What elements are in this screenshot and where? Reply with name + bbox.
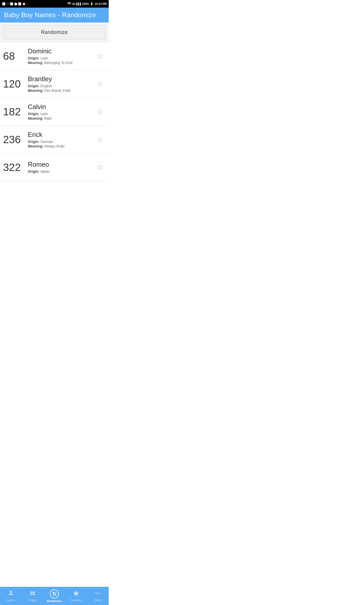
name-title-0[interactable]: Dominic [28,47,95,55]
notification-icons: ⬜ 🛡 ⬜ ⬤ ⬜ ⏰ [2,2,26,6]
meaning-label-1: Meaning: [28,89,43,93]
origin-value-3: German [40,140,53,144]
time: 10:13 PM [95,2,107,5]
name-title-2[interactable]: Calvin [28,103,95,111]
name-info-2: Calvin Origin: Latin Meaning: Bald [26,103,95,120]
name-rank-3: 236 [3,134,26,146]
star-icon-0: ☆ [97,52,104,60]
name-title-1[interactable]: Brantley [28,75,95,83]
name-origin-0: Origin: Latin [28,56,95,60]
name-rank-4: 322 [3,161,26,174]
origin-label-2: Origin: [28,112,39,116]
origin-label-1: Origin: [28,84,39,88]
favorite-star-2[interactable]: ☆ [95,106,106,117]
name-meaning-2: Meaning: Bald [28,116,95,120]
star-icon-3: ☆ [97,136,104,143]
origin-label-4: Origin: [28,169,39,174]
app-bar: Baby Boy Names - Randomize [0,8,109,23]
randomize-btn-container: Randomize [0,23,109,42]
battery-icon: 🔋 [90,2,94,6]
name-meaning-1: Meaning: Fire Brand, Field [28,89,95,93]
favorite-star-4[interactable]: ☆ [95,162,106,173]
name-item-3: 236 Erick Origin: German Meaning: Always… [0,126,109,154]
svg-point-0 [69,4,70,5]
status-bar: ⬜ 🛡 ⬜ ⬤ ⬜ ⏰ 4G▐▐▐ 100% 🔋 10:13 PM [0,0,109,8]
origin-value-1: English [40,84,52,88]
name-item-1: 120 Brantley Origin: English Meaning: Fi… [0,70,109,98]
name-info-1: Brantley Origin: English Meaning: Fire B… [26,75,95,93]
name-item-2: 182 Calvin Origin: Latin Meaning: Bald ☆ [0,98,109,126]
name-rank-0: 68 [3,50,26,62]
favorite-star-3[interactable]: ☆ [95,134,106,145]
name-info-3: Erick Origin: German Meaning: Always Rul… [26,131,95,148]
wifi-icon [67,2,71,6]
meaning-label-2: Meaning: [28,116,43,120]
star-icon-1: ☆ [97,80,104,88]
origin-value-2: Latin [40,112,48,116]
name-info-4: Romeo Origin: Italian [26,161,95,174]
meaning-label-3: Meaning: [28,144,43,148]
status-bar-right: 4G▐▐▐ 100% 🔋 10:13 PM [67,2,107,6]
name-title-4[interactable]: Romeo [28,161,95,168]
name-origin-1: Origin: English [28,84,95,88]
name-origin-2: Origin: Latin [28,112,95,116]
name-meaning-0: Meaning: Belonging To God [28,61,95,65]
app-title: Baby Boy Names - Randomize [4,11,96,19]
name-list: 68 Dominic Origin: Latin Meaning: Belong… [0,42,109,181]
origin-value-0: Latin [40,56,48,60]
signal-icon: 4G▐▐▐ [72,3,81,5]
meaning-label-0: Meaning: [28,61,43,65]
name-item-0: 68 Dominic Origin: Latin Meaning: Belong… [0,42,109,70]
meaning-value-0: Belonging To God [44,61,72,65]
meaning-value-1: Fire Brand, Field [44,89,70,93]
battery-text: 100% [82,2,89,5]
origin-value-4: Italian [40,169,50,174]
meaning-value-3: Always Ruler [44,144,65,148]
name-origin-3: Origin: German [28,140,95,144]
name-rank-2: 182 [3,106,26,118]
favorite-star-0[interactable]: ☆ [95,51,106,62]
randomize-button[interactable]: Randomize [3,25,106,39]
star-icon-4: ☆ [97,164,104,171]
name-title-3[interactable]: Erick [28,131,95,139]
origin-label-0: Origin: [28,56,39,60]
favorite-star-1[interactable]: ☆ [95,78,106,90]
status-bar-left: ⬜ 🛡 ⬜ ⬤ ⬜ ⏰ [2,2,26,6]
name-origin-4: Origin: Italian [28,169,95,174]
name-rank-1: 120 [3,78,26,90]
meaning-value-2: Bald [44,116,51,120]
star-icon-2: ☆ [97,108,104,116]
name-meaning-3: Meaning: Always Ruler [28,144,95,148]
name-info-0: Dominic Origin: Latin Meaning: Belonging… [26,47,95,65]
origin-label-3: Origin: [28,140,39,144]
name-item-4: 322 Romeo Origin: Italian ☆ [0,154,109,181]
